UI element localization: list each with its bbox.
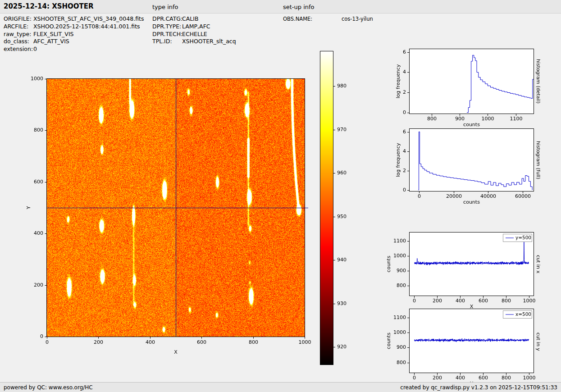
- meta-value: cos-13-yilun: [342, 15, 373, 23]
- meta-value: XSHOOTER_SLT_AFC_VIS_349_0048.fits: [33, 15, 144, 23]
- setup-info-heading: set-up info: [283, 4, 315, 10]
- footer-left-text: powered by QC: www.eso.org/HC: [4, 384, 93, 391]
- histogram-full-caption: histogram (full): [534, 128, 542, 191]
- meta-label: do_class:: [4, 38, 33, 46]
- meta-value: 0: [33, 46, 37, 53]
- arcfile-row: ARCFILE: XSHOO.2025-12-15T08:44:41.001.f…: [4, 23, 144, 31]
- setup-info-block: OBS.NAME: cos-13-yilun: [283, 15, 373, 23]
- meta-label: DPR.TECH:: [152, 31, 182, 38]
- meta-value: CALIB: [182, 15, 199, 23]
- page-title: 2025-12-14: XSHOOTER: [4, 2, 94, 10]
- origfile-row: ORIGFILE: XSHOOTER_SLT_AFC_VIS_349_0048.…: [4, 15, 144, 23]
- meta-label: extension:: [4, 46, 33, 53]
- type-info-block: DPR.CATG: CALIB DPR.TYPE: LAMP,AFC DPR.T…: [152, 15, 236, 46]
- raw-image-figure: [18, 59, 315, 358]
- dprtech-row: DPR.TECH: ECHELLE: [152, 31, 236, 38]
- meta-value: AFC_ATT_VIS: [33, 38, 69, 46]
- meta-label: TPL.ID:: [152, 38, 182, 46]
- obsname-row: OBS.NAME: cos-13-yilun: [283, 15, 373, 23]
- meta-value: FLEX_SLIT_VIS: [33, 31, 74, 38]
- meta-label: ARCFILE:: [4, 23, 33, 31]
- meta-label: DPR.TYPE:: [152, 23, 182, 31]
- meta-label: raw_type:: [4, 31, 33, 38]
- cut-in-y-caption: cut in y: [534, 310, 542, 374]
- type-info-heading: type info: [152, 4, 178, 10]
- cut-in-y-chart: [382, 303, 540, 388]
- doclass-row: do_class: AFC_ATT_VIS: [4, 38, 144, 46]
- meta-value: XSHOO.2025-12-15T08:44:41.001.fits: [33, 23, 140, 31]
- dprcatg-row: DPR.CATG: CALIB: [152, 15, 236, 23]
- meta-value: ECHELLE: [182, 31, 207, 38]
- file-info-block: ORIGFILE: XSHOOTER_SLT_AFC_VIS_349_0048.…: [4, 15, 144, 53]
- histogram-full-chart: [382, 123, 540, 206]
- meta-label: DPR.CATG:: [152, 15, 182, 23]
- histogram-detail-chart: [382, 43, 540, 129]
- footer-right-text: created by qc_rawdisp.py v1.2.3 on 2025-…: [400, 384, 557, 391]
- meta-label: OBS.NAME:: [283, 15, 342, 23]
- footer-bar: powered by QC: www.eso.org/HC created by…: [0, 382, 561, 392]
- cut-in-x-chart: [382, 227, 540, 311]
- dprtype-row: DPR.TYPE: LAMP,AFC: [152, 23, 236, 31]
- extension-row: extension: 0: [4, 46, 144, 53]
- histogram-detail-caption: histogram (detail): [534, 49, 542, 114]
- cut-in-x-caption: cut in x: [534, 232, 542, 296]
- colorbar: [320, 51, 347, 366]
- meta-value: LAMP,AFC: [182, 23, 210, 31]
- meta-label: ORIGFILE:: [4, 15, 33, 23]
- rawtype-row: raw_type: FLEX_SLIT_VIS: [4, 31, 144, 38]
- meta-value: XSHOOTER_slt_acq: [182, 38, 236, 46]
- qc-report-page: { "header": { "title": "2025-12-14: XSHO…: [0, 0, 561, 392]
- tplid-row: TPL.ID: XSHOOTER_slt_acq: [152, 38, 236, 46]
